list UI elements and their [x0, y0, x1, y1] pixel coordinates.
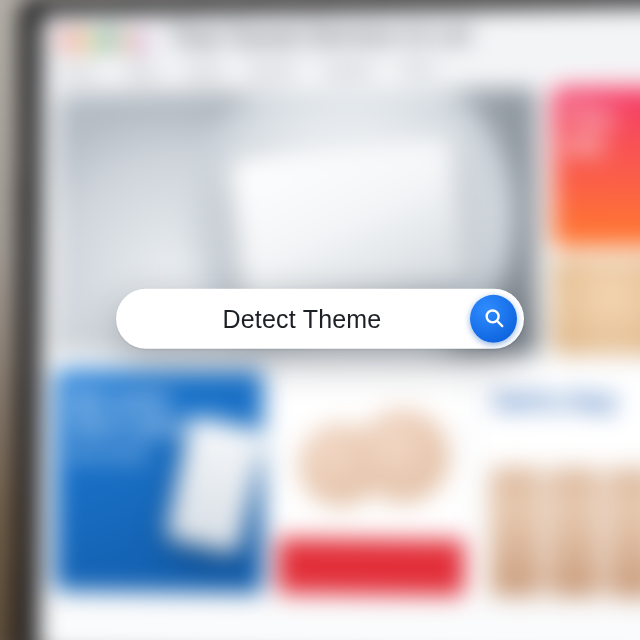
search-bar: [116, 289, 524, 349]
svg-line-1: [497, 321, 502, 326]
magnifier-icon: [483, 306, 505, 331]
search-button[interactable]: [470, 295, 517, 343]
search-input[interactable]: [144, 304, 470, 333]
